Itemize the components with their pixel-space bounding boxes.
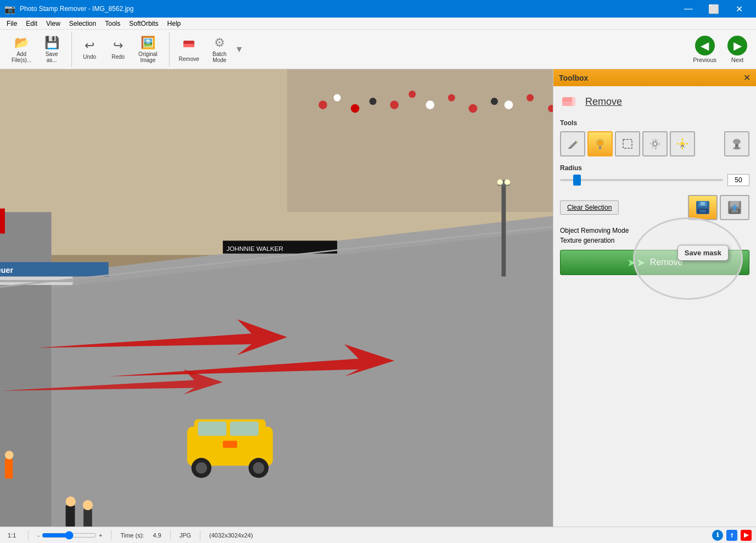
svg-rect-20	[0, 212, 52, 527]
svg-point-69	[733, 139, 741, 144]
folder-icon: 📂	[14, 36, 29, 50]
menu-view[interactable]: View	[42, 19, 65, 29]
svg-rect-75	[699, 210, 706, 212]
menu-selection[interactable]: Selection	[65, 19, 100, 29]
menu-edit[interactable]: Edit	[21, 19, 42, 29]
svg-point-38	[66, 496, 76, 506]
radius-track	[560, 179, 723, 181]
selection-controls: Clear Selection	[560, 195, 749, 220]
info-icon[interactable]: ℹ	[712, 530, 723, 541]
svg-text:JOHNNIE WALKER: JOHNNIE WALKER	[226, 245, 283, 252]
svg-point-14	[469, 104, 478, 113]
svg-point-12	[426, 100, 435, 109]
titlebar-left: 📷 Photo Stamp Remover - IMG_8562.jpg	[4, 4, 133, 14]
svg-rect-41	[0, 262, 109, 276]
svg-rect-76	[701, 202, 705, 205]
svg-rect-57	[572, 97, 575, 106]
svg-text:TAG Heuer: TAG Heuer	[0, 266, 13, 275]
app-icon: 📷	[4, 4, 15, 14]
radius-row: 50	[560, 174, 749, 186]
pencil-tool-button[interactable]	[560, 131, 585, 156]
main-image: TAG Heuer JOHNNIE WALKER LG	[0, 69, 553, 527]
batch-mode-button[interactable]: ⚙ Batch Mode	[206, 33, 233, 66]
svg-point-31	[253, 462, 265, 474]
toolbox-close-button[interactable]: ✕	[743, 72, 751, 83]
brush-tool-button[interactable]	[587, 131, 613, 156]
remove-title: Remove	[585, 96, 622, 108]
menu-file[interactable]: File	[2, 19, 21, 29]
save-mask-button[interactable]	[688, 195, 718, 220]
remove-button[interactable]: Remove	[174, 33, 204, 65]
load-mask-button[interactable]	[720, 195, 749, 220]
save-as-button[interactable]: 💾 Save as...	[38, 33, 65, 66]
canvas-area[interactable]: TAG Heuer JOHNNIE WALKER LG	[0, 69, 553, 527]
batch-mode-label: Batch Mode	[212, 51, 227, 63]
toolbox-header: Toolbox ✕	[553, 69, 756, 86]
facebook-icon[interactable]: f	[726, 530, 737, 541]
prev-circle-icon: ◀	[695, 36, 715, 55]
remove-label: Remove	[179, 56, 199, 62]
save-mask-tooltip: Save mask	[677, 245, 729, 261]
redo-button[interactable]: ↪ Redo	[105, 36, 131, 63]
previous-button[interactable]: ◀ Previous	[688, 33, 721, 65]
statusbar: 1:1 - + Time (s): 4.9 JPG (4032x3024x24)…	[0, 527, 756, 543]
tools-container	[560, 131, 695, 156]
redo-label: Redo	[111, 54, 125, 60]
svg-point-11	[408, 91, 416, 98]
radius-thumb[interactable]	[573, 175, 581, 186]
svg-rect-27	[230, 422, 259, 436]
object-removing-mode-row: Object Removing Mode	[560, 227, 749, 234]
svg-point-62	[653, 142, 657, 146]
menu-tools[interactable]: Tools	[100, 19, 125, 29]
tools-section-label: Tools	[560, 119, 749, 127]
save-icon: 💾	[44, 36, 59, 50]
menu-softorbits[interactable]: SoftOrbits	[125, 19, 163, 29]
zoom-slider[interactable]	[42, 531, 97, 540]
zoom-ratio: 1:1	[4, 532, 19, 539]
minimize-button[interactable]: —	[676, 0, 701, 18]
undo-icon: ↩	[85, 38, 94, 53]
magic-wand-tool-button[interactable]	[670, 131, 695, 156]
svg-rect-61	[623, 139, 632, 148]
toolbox-panel: Toolbox ✕ Remove Tools	[553, 69, 756, 527]
zoom-controls: - +	[37, 531, 102, 540]
stamp-tool-button[interactable]	[724, 131, 749, 156]
original-image-button[interactable]: 🖼️ Original Image	[133, 33, 162, 66]
edit-tools-group: ↩ Undo ↪ Redo 🖼️ Original Image	[71, 32, 164, 67]
svg-point-29	[195, 462, 207, 474]
svg-point-71	[733, 147, 741, 149]
zoom-out-icon[interactable]: -	[37, 532, 40, 539]
svg-point-7	[334, 94, 341, 102]
remove-section-header: Remove	[560, 92, 749, 111]
batch-dropdown-arrow[interactable]: ▼	[235, 44, 244, 54]
svg-point-49	[505, 179, 510, 184]
next-button[interactable]: ▶ Next	[723, 33, 752, 65]
radius-value[interactable]: 50	[727, 174, 749, 186]
next-circle-icon: ▶	[727, 36, 747, 55]
remove-action-arrow-icon: ➤➤	[627, 256, 646, 269]
svg-rect-39	[83, 508, 92, 527]
batch-mode-icon: ⚙	[214, 36, 225, 50]
image-area[interactable]: TAG Heuer JOHNNIE WALKER LG	[0, 69, 553, 527]
close-button[interactable]: ✕	[726, 0, 752, 18]
svg-rect-37	[66, 505, 75, 527]
svg-point-13	[448, 94, 455, 102]
clear-selection-button[interactable]: Clear Selection	[560, 200, 619, 215]
undo-button[interactable]: ↩ Undo	[76, 36, 103, 63]
svg-point-10	[390, 100, 399, 109]
svg-point-36	[5, 451, 14, 460]
svg-rect-26	[198, 422, 226, 436]
youtube-icon[interactable]: ▶	[741, 530, 752, 541]
zoom-in-icon[interactable]: +	[99, 532, 102, 539]
next-label: Next	[731, 57, 744, 63]
maximize-button[interactable]: ⬜	[701, 0, 726, 18]
menu-help[interactable]: Help	[163, 19, 186, 29]
gear-tool-button[interactable]	[642, 131, 668, 156]
rect-select-tool-button[interactable]	[615, 131, 640, 156]
undo-label: Undo	[83, 54, 96, 60]
svg-rect-5	[287, 69, 553, 212]
main-content: TAG Heuer JOHNNIE WALKER LG	[0, 69, 756, 527]
save-as-label: Save as...	[46, 51, 58, 63]
add-files-button[interactable]: 📂 Add File(s)...	[7, 33, 36, 66]
mask-buttons-area	[688, 195, 749, 220]
